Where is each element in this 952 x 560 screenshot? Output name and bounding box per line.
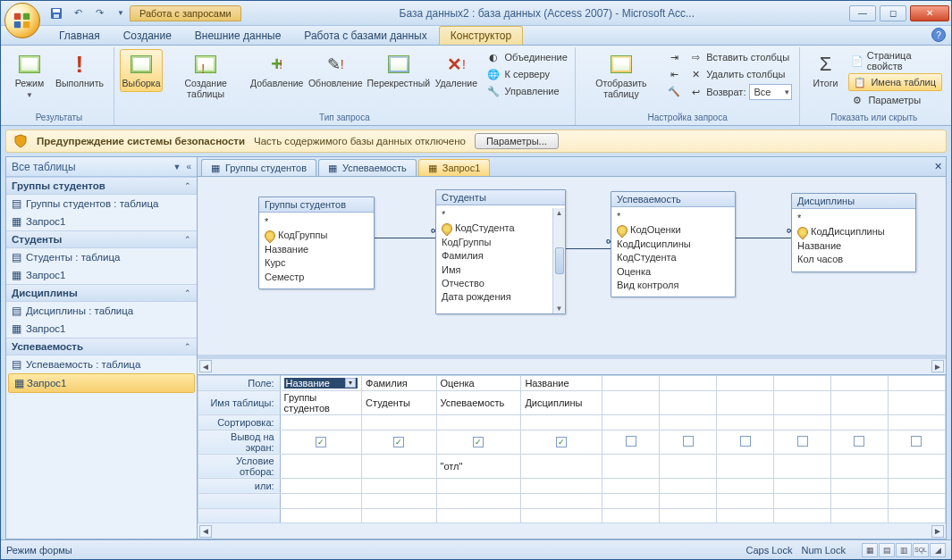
nav-item-table[interactable]: ▤Группы студентов : таблица bbox=[6, 195, 197, 213]
show-checkbox[interactable] bbox=[797, 436, 808, 447]
field[interactable]: Кол часов bbox=[797, 253, 910, 266]
scroll-left-button[interactable]: ◄ bbox=[199, 525, 212, 538]
grid-cell[interactable]: "отл" bbox=[436, 454, 521, 478]
field[interactable]: Имя bbox=[442, 263, 549, 277]
grid-cell[interactable] bbox=[717, 508, 774, 522]
append-button[interactable]: +! Добавление bbox=[249, 49, 305, 92]
minimize-button[interactable]: — bbox=[849, 5, 876, 21]
grid-cell[interactable] bbox=[774, 414, 831, 430]
grid-cell[interactable] bbox=[774, 454, 831, 478]
delete-columns-button[interactable]: ✕Удалить столбцы bbox=[687, 66, 794, 82]
grid-cell[interactable] bbox=[362, 493, 437, 508]
undo-button[interactable]: ↶ bbox=[69, 4, 87, 22]
diagram-pane[interactable]: Группы студентов *КодГруппыНазваниеКурсС… bbox=[198, 177, 946, 358]
grid-cell[interactable] bbox=[602, 454, 660, 478]
grid-cell[interactable] bbox=[717, 414, 774, 430]
nav-group-header[interactable]: Дисциплины⌃ bbox=[6, 284, 197, 302]
grid-cell[interactable] bbox=[717, 375, 774, 390]
field[interactable]: Оценка bbox=[617, 265, 729, 279]
grid-cell[interactable] bbox=[602, 478, 660, 493]
design-view-btn[interactable]: ◢ bbox=[930, 543, 946, 557]
show-checkbox[interactable] bbox=[316, 437, 326, 447]
show-checkbox[interactable] bbox=[683, 436, 694, 447]
property-sheet-button[interactable]: 📄Страница свойств bbox=[848, 49, 942, 72]
grid-cell[interactable] bbox=[362, 414, 437, 430]
grid-cell[interactable] bbox=[602, 508, 660, 522]
qat-dropdown[interactable]: ▼ bbox=[112, 4, 130, 22]
grid-cell[interactable]: Группы студентов bbox=[280, 390, 361, 414]
grid-cell[interactable]: Название bbox=[280, 375, 361, 390]
insert-columns-button[interactable]: ⇨Вставить столбцы bbox=[687, 49, 794, 65]
nav-group-header[interactable]: Успеваемость⌃ bbox=[6, 338, 197, 355]
crosstab-button[interactable]: Перекрестный bbox=[366, 49, 431, 92]
grid-cell[interactable] bbox=[888, 493, 945, 508]
grid-cell[interactable] bbox=[660, 375, 717, 390]
help-button[interactable]: ? bbox=[931, 28, 946, 42]
field-key[interactable]: КодГруппы bbox=[265, 229, 368, 242]
scroll-right-button[interactable]: ► bbox=[931, 525, 944, 538]
field[interactable]: Название bbox=[265, 243, 368, 256]
grid-cell[interactable] bbox=[436, 493, 521, 508]
grid-cell[interactable] bbox=[774, 478, 831, 493]
totals-button[interactable]: Σ Итоги bbox=[805, 49, 845, 92]
tab-design[interactable]: Конструктор bbox=[439, 26, 523, 45]
field-star[interactable]: * bbox=[442, 208, 549, 221]
grid-cell[interactable] bbox=[774, 430, 831, 454]
join-line[interactable] bbox=[730, 238, 791, 238]
grid-cell[interactable] bbox=[717, 493, 774, 508]
delete-query-button[interactable]: ✕! Удаление bbox=[433, 49, 479, 92]
grid-cell[interactable] bbox=[717, 478, 774, 493]
save-button[interactable] bbox=[47, 4, 65, 22]
field-star[interactable]: * bbox=[797, 212, 910, 225]
grid-cell[interactable] bbox=[280, 508, 361, 522]
grid-cell[interactable] bbox=[888, 390, 945, 414]
nav-group-header[interactable]: Студенты⌃ bbox=[6, 230, 197, 248]
redo-button[interactable]: ↷ bbox=[90, 4, 108, 22]
builder-button[interactable]: 🔨 bbox=[665, 83, 683, 99]
grid-cell[interactable] bbox=[436, 508, 521, 522]
grid-cell[interactable] bbox=[660, 390, 717, 414]
office-button[interactable] bbox=[4, 3, 40, 38]
maximize-button[interactable]: ◻ bbox=[880, 5, 906, 21]
grid-cell[interactable] bbox=[831, 454, 889, 478]
grid-cell[interactable] bbox=[831, 430, 889, 454]
field[interactable]: Курс bbox=[265, 256, 368, 270]
grid-cell[interactable] bbox=[888, 414, 945, 430]
field[interactable]: КодДисциплины bbox=[617, 238, 729, 251]
tab-external-data[interactable]: Внешние данные bbox=[183, 26, 293, 45]
delete-rows-button[interactable]: ⇤ bbox=[665, 66, 683, 82]
insert-rows-button[interactable]: ⇥ bbox=[665, 49, 683, 65]
scroll-up-icon[interactable]: ▲ bbox=[556, 209, 563, 217]
nav-item-query[interactable]: ▦Запрос1 bbox=[6, 266, 197, 284]
grid-cell[interactable] bbox=[436, 414, 521, 430]
tab-database-tools[interactable]: Работа с базами данных bbox=[292, 26, 438, 45]
table-students[interactable]: Студенты *КодСтудентаКодГруппыФамилияИмя… bbox=[435, 189, 566, 314]
show-checkbox[interactable] bbox=[740, 436, 751, 447]
grid-cell[interactable] bbox=[660, 478, 717, 493]
field-key[interactable]: КодДисциплины bbox=[797, 225, 910, 238]
nav-item-query[interactable]: ▦Запрос1 bbox=[6, 213, 197, 230]
show-checkbox[interactable] bbox=[556, 437, 567, 447]
grid-cell[interactable] bbox=[521, 414, 602, 430]
sql-view-btn[interactable]: SQL bbox=[913, 543, 929, 557]
grid-cell[interactable] bbox=[888, 478, 945, 493]
grid-cell[interactable] bbox=[831, 508, 889, 522]
grid-cell[interactable] bbox=[660, 414, 717, 430]
field[interactable]: Дата рождения bbox=[442, 290, 549, 304]
union-button[interactable]: ◐Объединение bbox=[484, 49, 569, 65]
field-star[interactable]: * bbox=[617, 210, 729, 223]
nav-item-query[interactable]: ▦Запрос1 bbox=[6, 320, 197, 338]
qbe-grid[interactable]: Поле:НазваниеФамилияОценкаНазваниеИмя та… bbox=[198, 374, 946, 522]
grid-cell[interactable] bbox=[280, 414, 361, 430]
grid-cell[interactable]: Студенты bbox=[362, 390, 437, 414]
grid-cell[interactable] bbox=[602, 390, 660, 414]
grid-cell[interactable]: Фамилия bbox=[362, 375, 437, 390]
grid-cell[interactable] bbox=[774, 508, 831, 522]
grid-cell[interactable] bbox=[660, 454, 717, 478]
tab-home[interactable]: Главная bbox=[47, 26, 112, 45]
security-options-button[interactable]: Параметры... bbox=[475, 133, 559, 149]
grid-cell[interactable] bbox=[280, 430, 361, 454]
nav-item-table[interactable]: ▤Студенты : таблица bbox=[6, 248, 197, 266]
table-disciplines[interactable]: Дисциплины *КодДисциплиныНазваниеКол час… bbox=[791, 193, 916, 272]
grid-cell[interactable] bbox=[280, 478, 361, 493]
